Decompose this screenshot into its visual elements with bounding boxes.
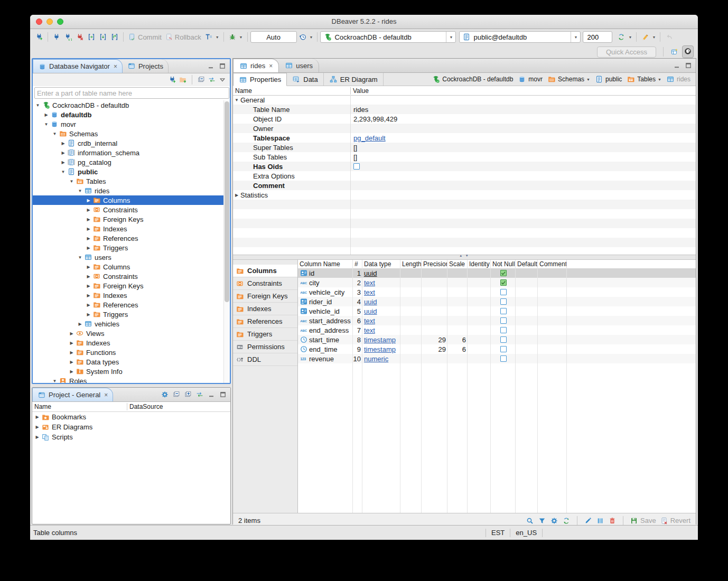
tree-item-information-schema[interactable]: ▶information_schema [33,148,224,157]
expand-arrow-icon[interactable]: ▶ [33,435,41,439]
new-connection-button[interactable] [33,32,45,42]
close-window-button[interactable] [36,18,42,25]
tree-item-indexes[interactable]: ▶Indexes [33,224,224,233]
checkbox-unchecked[interactable] [353,163,360,170]
tree-item-indexes[interactable]: ▶Indexes [33,338,224,348]
minimize-icon[interactable] [207,62,215,70]
tree-item-functions[interactable]: ▶Functions [33,348,224,357]
breadcrumb-item-tables[interactable]: Tables▼ [627,75,661,83]
data-type-link[interactable]: text [364,279,375,287]
collapse-arrow-icon[interactable]: ▼ [233,98,240,102]
checkbox-checked[interactable] [500,270,507,276]
data-type-link[interactable]: text [364,288,375,296]
checkbox-unchecked[interactable] [500,308,507,314]
quick-access-button[interactable]: Quick Access [597,46,656,58]
timezone-indicator[interactable]: EST [491,529,505,537]
close-icon[interactable]: × [114,63,117,70]
breadcrumb-item-public[interactable]: public [595,75,622,83]
splitter-arrows-icon[interactable]: ▲ ▼ [459,254,470,257]
expand-arrow-icon[interactable]: ▶ [233,193,240,198]
property-row-has-oids[interactable]: Has Oids [233,162,696,171]
column-header-column-name[interactable]: Column Name [298,260,353,268]
commit-button[interactable]: Commit [126,32,163,42]
link-with-editor-icon[interactable] [208,76,216,84]
expand-arrow-icon[interactable]: ▶ [59,160,67,165]
disconnect-button[interactable] [74,32,86,42]
chevron-down-icon[interactable]: ▼ [586,78,590,81]
tree-item-foreign-keys[interactable]: ▶Foreign Keys [33,214,224,224]
subtab-er-diagram[interactable]: ER Diagram [324,73,384,86]
breadcrumb-item-movr[interactable]: movr [518,75,543,83]
checkbox-unchecked[interactable] [500,298,507,305]
project-item-bookmarks[interactable]: ▶Bookmarks [32,412,230,422]
connect-button[interactable] [51,32,62,42]
collapse-all-icon[interactable] [197,76,206,84]
revert-button[interactable]: Revert [660,517,690,525]
expand-arrow-icon[interactable]: ▶ [85,284,92,288]
checkbox-unchecked[interactable] [500,336,507,343]
new-connection-icon[interactable] [168,76,176,84]
detail-tab-constraints[interactable]: Constraints [233,277,297,290]
close-icon[interactable]: × [269,62,273,70]
tree-item-triggers[interactable]: ▶Triggers [33,310,224,319]
filter-icon[interactable] [538,517,546,525]
maximize-icon[interactable] [218,62,227,70]
editor-tab-rides[interactable]: rides× [233,59,279,72]
collapse-arrow-icon[interactable]: ▼ [76,255,84,260]
expand-arrow-icon[interactable]: ▶ [85,246,92,250]
scrollbar-thumb[interactable] [225,101,229,302]
collapse-arrow-icon[interactable]: ▼ [51,379,59,383]
new-sql-editor-button[interactable] [86,32,97,42]
column-header-length[interactable]: Length [400,260,422,268]
properties-value-header[interactable]: Value [351,87,369,95]
breadcrumb-item-cockroachdb-defaultdb[interactable]: CockroachDB - defaultdb [432,75,513,83]
data-type-link[interactable]: uuid [364,269,377,277]
detail-tab-columns[interactable]: Columns [233,265,297,277]
tree-item-constraints[interactable]: ▶Constraints [33,271,224,281]
project-item-scripts[interactable]: ▶Scripts [32,432,230,442]
expand-arrow-icon[interactable]: ▶ [85,303,92,307]
property-row-object-id[interactable]: Object ID2,293,998,429 [233,114,696,124]
expand-arrow-icon[interactable]: ▶ [85,227,92,231]
expand-arrow-icon[interactable]: ▶ [33,425,41,429]
save-button[interactable]: Save [630,517,656,525]
collapse-arrow-icon[interactable]: ▼ [68,179,76,184]
expand-arrow-icon[interactable]: ▶ [85,217,92,222]
property-row-table-name[interactable]: Table Namerides [233,105,696,114]
tree-item-constraints[interactable]: ▶Constraints [33,205,224,214]
search-icon[interactable] [526,517,534,525]
checkbox-unchecked[interactable] [500,317,507,324]
subtab-properties[interactable]: Properties [233,73,287,86]
data-type-link[interactable]: uuid [364,307,377,315]
tree-item-references[interactable]: ▶References [33,233,224,243]
expand-arrow-icon[interactable]: ▶ [85,265,92,269]
data-type-link[interactable]: text [364,326,375,334]
rollback-button[interactable]: Rollback [163,32,203,42]
data-type-link[interactable]: uuid [364,298,377,306]
detail-tab-references[interactable]: References [233,315,297,328]
checkbox-checked[interactable] [500,279,507,286]
property-row-statistics[interactable]: ▶Statistics [233,190,696,200]
checkbox-unchecked[interactable] [500,327,507,333]
property-row-owner[interactable]: Owner [233,124,696,133]
table-row-end-address[interactable]: ABCend_address7text [298,325,696,335]
settings-icon[interactable] [550,517,558,525]
column-header-default[interactable]: Default [516,260,538,268]
table-row-city[interactable]: ABCcity2text [298,278,696,287]
sync-button[interactable]: ▼ [615,32,633,42]
column-header-identity[interactable]: Identity [468,260,491,268]
tab-database-navigator[interactable]: Database Navigator × [33,59,123,73]
tree-item-cockroachdb-defaultdb[interactable]: ▼CockroachDB - defaultdb [33,100,224,110]
navigator-scrollbar[interactable] [223,100,230,383]
transaction-log-button[interactable]: ▼ [297,32,315,42]
tree-item-crdb-internal[interactable]: ▶crdb_internal [33,138,224,148]
tree-item-rides[interactable]: ▼rides [33,186,224,195]
property-row-comment[interactable]: Comment [233,181,696,190]
expand-arrow-icon[interactable]: ▶ [59,141,67,146]
tree-item-columns[interactable]: ▶Columns [33,262,224,271]
column-header-comment[interactable]: Comment [538,260,567,268]
data-type-link[interactable]: timestamp [364,336,396,344]
tree-item-indexes[interactable]: ▶Indexes [33,290,224,300]
reconnect-button[interactable] [62,32,74,42]
tree-item-movr[interactable]: ▼movr [33,119,224,129]
